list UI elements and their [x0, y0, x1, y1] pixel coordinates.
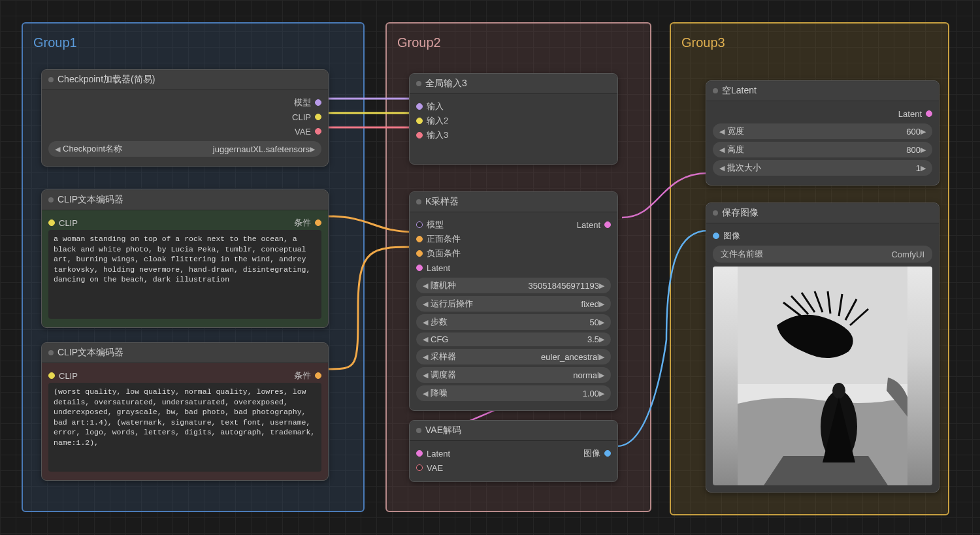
- node-header[interactable]: 保存图像: [706, 203, 939, 223]
- chevron-right-icon[interactable]: ▶: [599, 300, 604, 308]
- input-latent[interactable]: Latent: [416, 261, 611, 275]
- port-icon[interactable]: [416, 236, 423, 242]
- node-checkpoint-loader[interactable]: Checkpoint加载器(简易) 模型 CLIP VAE ◀Checkpoin…: [41, 69, 329, 167]
- steps-field[interactable]: ◀步数50▶: [416, 314, 611, 330]
- port-icon[interactable]: [416, 221, 423, 228]
- node-header[interactable]: K采样器: [410, 192, 617, 212]
- collapse-dot-icon[interactable]: [48, 77, 54, 82]
- output-model[interactable]: 模型: [48, 95, 321, 110]
- ckpt-name-selector[interactable]: ◀Checkpoint名称juggernautXL.safetensors▶: [48, 141, 321, 157]
- input-3[interactable]: 输入3: [416, 128, 611, 142]
- node-header[interactable]: 空Latent: [706, 81, 939, 101]
- chevron-left-icon[interactable]: ◀: [423, 371, 428, 380]
- port-icon[interactable]: [713, 233, 719, 239]
- output-latent[interactable]: Latent: [713, 106, 932, 121]
- chevron-left-icon[interactable]: ◀: [423, 282, 428, 290]
- node-empty-latent[interactable]: 空Latent Latent ◀宽度600▶ ◀高度800▶ ◀批次大小1▶: [706, 80, 939, 186]
- seed-field[interactable]: ◀随机种350518456971193▶: [416, 278, 611, 293]
- chevron-right-icon[interactable]: ▶: [921, 164, 926, 172]
- node-save-image[interactable]: 保存图像 图像 文件名前缀ComfyUI: [706, 203, 939, 493]
- chevron-left-icon[interactable]: ◀: [423, 335, 428, 344]
- height-field[interactable]: ◀高度800▶: [713, 142, 932, 157]
- node-header[interactable]: VAE解码: [410, 421, 617, 441]
- port-icon[interactable]: [48, 219, 55, 226]
- node-header[interactable]: CLIP文本编码器: [42, 190, 328, 210]
- port-icon[interactable]: [416, 103, 423, 110]
- cfg-field[interactable]: ◀CFG3.5▶: [416, 332, 611, 346]
- output-conditioning[interactable]: 条件: [294, 216, 321, 230]
- port-icon[interactable]: [315, 128, 321, 135]
- port-icon[interactable]: [416, 265, 423, 271]
- collapse-dot-icon[interactable]: [416, 199, 421, 204]
- input-1[interactable]: 输入: [416, 99, 611, 114]
- collapse-dot-icon[interactable]: [48, 197, 54, 203]
- port-icon[interactable]: [315, 219, 321, 226]
- output-clip[interactable]: CLIP: [48, 110, 321, 124]
- input-positive[interactable]: 正面条件: [416, 232, 611, 246]
- input-image[interactable]: 图像: [713, 229, 932, 243]
- sampler-field[interactable]: ◀采样器euler_ancestral▶: [416, 349, 611, 365]
- chevron-left-icon[interactable]: ◀: [423, 300, 428, 308]
- chevron-left-icon[interactable]: ◀: [423, 389, 428, 398]
- chevron-right-icon[interactable]: ▶: [599, 318, 604, 327]
- chevron-left-icon[interactable]: ◀: [719, 146, 725, 154]
- collapse-dot-icon[interactable]: [48, 350, 54, 355]
- port-icon[interactable]: [604, 221, 611, 228]
- chevron-right-icon[interactable]: ▶: [599, 353, 604, 361]
- input-2[interactable]: 输入2: [416, 114, 611, 128]
- port-icon[interactable]: [416, 118, 423, 124]
- chevron-right-icon[interactable]: ▶: [921, 127, 926, 136]
- node-clip-encoder-positive[interactable]: CLIP文本编码器 CLIP 条件: [41, 189, 329, 328]
- node-header[interactable]: 全局输入3: [410, 74, 617, 94]
- batch-size-field[interactable]: ◀批次大小1▶: [713, 160, 932, 176]
- port-icon[interactable]: [416, 464, 423, 471]
- node-vae-decode[interactable]: VAE解码 Latent 图像 VAE: [409, 420, 618, 482]
- chevron-left-icon[interactable]: ◀: [719, 127, 725, 136]
- negative-prompt-text-input[interactable]: [48, 383, 321, 472]
- port-icon[interactable]: [315, 99, 321, 106]
- width-field[interactable]: ◀宽度600▶: [713, 123, 932, 139]
- chevron-left-icon[interactable]: ◀: [423, 353, 428, 361]
- port-icon[interactable]: [48, 372, 55, 379]
- chevron-left-icon[interactable]: ◀: [423, 318, 428, 327]
- input-latent[interactable]: Latent: [416, 446, 450, 461]
- node-ksampler[interactable]: K采样器 模型 Latent 正面条件 负面条件 Latent ◀随机种3505…: [409, 191, 618, 411]
- input-negative[interactable]: 负面条件: [416, 246, 611, 261]
- output-vae[interactable]: VAE: [48, 124, 321, 138]
- output-latent[interactable]: Latent: [577, 218, 611, 232]
- chevron-right-icon[interactable]: ▶: [599, 335, 604, 344]
- collapse-dot-icon[interactable]: [416, 81, 421, 86]
- chevron-left-icon[interactable]: ◀: [719, 164, 725, 172]
- input-clip[interactable]: CLIP: [48, 216, 78, 230]
- chevron-right-icon[interactable]: ▶: [310, 145, 315, 154]
- collapse-dot-icon[interactable]: [416, 428, 421, 433]
- port-icon[interactable]: [315, 372, 321, 379]
- input-vae[interactable]: VAE: [416, 461, 611, 475]
- filename-prefix-field[interactable]: 文件名前缀ComfyUI: [713, 246, 932, 263]
- denoise-field[interactable]: ◀降噪1.00▶: [416, 385, 611, 401]
- port-icon[interactable]: [926, 110, 932, 117]
- chevron-right-icon[interactable]: ▶: [599, 282, 604, 290]
- node-global-input[interactable]: 全局输入3 输入 输入2 输入3: [409, 73, 618, 165]
- node-clip-encoder-negative[interactable]: CLIP文本编码器 CLIP 条件: [41, 342, 329, 481]
- chevron-right-icon[interactable]: ▶: [921, 146, 926, 154]
- node-header[interactable]: CLIP文本编码器: [42, 343, 328, 363]
- input-model[interactable]: 模型: [416, 218, 444, 232]
- port-icon[interactable]: [416, 450, 423, 457]
- chevron-left-icon[interactable]: ◀: [55, 145, 60, 154]
- control-after-generate-field[interactable]: ◀运行后操作fixed▶: [416, 296, 611, 312]
- prompt-text-input[interactable]: [48, 230, 321, 319]
- chevron-right-icon[interactable]: ▶: [599, 389, 604, 398]
- port-icon[interactable]: [416, 132, 423, 138]
- chevron-right-icon[interactable]: ▶: [599, 371, 604, 380]
- output-image-preview[interactable]: [713, 267, 932, 485]
- input-clip[interactable]: CLIP: [48, 368, 78, 383]
- collapse-dot-icon[interactable]: [713, 88, 718, 93]
- port-icon[interactable]: [416, 250, 423, 257]
- port-icon[interactable]: [604, 450, 611, 457]
- port-icon[interactable]: [315, 114, 321, 120]
- collapse-dot-icon[interactable]: [713, 210, 718, 216]
- scheduler-field[interactable]: ◀调度器normal▶: [416, 367, 611, 383]
- output-conditioning[interactable]: 条件: [294, 368, 321, 383]
- output-image[interactable]: 图像: [583, 446, 611, 461]
